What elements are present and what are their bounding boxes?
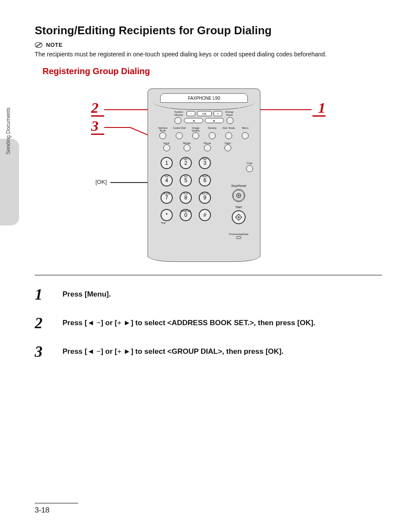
minus-button: − bbox=[187, 111, 195, 116]
pause-button bbox=[204, 144, 211, 151]
density-button bbox=[209, 132, 216, 139]
step-1: 1 Press [Menu]. bbox=[35, 287, 382, 302]
function-buttons-row2 bbox=[159, 144, 235, 151]
key-1: 1 bbox=[161, 157, 173, 169]
control-panel-diagram: 2 3 1 [OK] FAXPHONE L90 bbox=[91, 84, 325, 266]
note-text: The recipients must be registered in one… bbox=[35, 51, 382, 58]
left-arrow-icon: ◄ − bbox=[87, 319, 101, 327]
key-4-letters: GHI bbox=[165, 171, 169, 182]
step-2: 2 Press [◄ −] or [+ ►] to select <ADDRES… bbox=[35, 315, 382, 331]
callout-1-underline bbox=[312, 115, 325, 117]
key-3-letters: DEF bbox=[203, 154, 207, 165]
lcd-display: FAXPHONE L90 bbox=[160, 93, 248, 103]
system-monitor-button bbox=[174, 117, 181, 124]
key-5-letters: JKL bbox=[184, 171, 188, 182]
ok-callout-label: [OK] bbox=[95, 179, 107, 185]
step-3: 3 Press [◄ −] or [+ ►] to select <GROUP … bbox=[35, 344, 382, 359]
subsection-title: Registering Group Dialing bbox=[43, 66, 382, 76]
footer-line bbox=[35, 503, 78, 503]
left-arrow-icon: ◄ − bbox=[87, 347, 101, 356]
ok-button: OK bbox=[197, 111, 212, 116]
step-2-number: 2 bbox=[35, 315, 52, 331]
menu-label: Menu bbox=[238, 127, 252, 132]
right-arrow-icon: + ► bbox=[117, 319, 131, 327]
svg-point-10 bbox=[238, 216, 240, 218]
svg-line-1 bbox=[36, 43, 41, 47]
key-9: WXYZ9 bbox=[199, 192, 211, 204]
step-3-number: 3 bbox=[35, 344, 52, 359]
nav-row-buttons: ◄ ► bbox=[151, 117, 256, 124]
callout-3-line bbox=[104, 127, 153, 138]
step-3-text: Press [◄ −] or [+ ►] to select <GROUP DI… bbox=[62, 344, 284, 356]
key-6-letters: MNO bbox=[202, 171, 207, 182]
key-4: GHI4 bbox=[161, 174, 173, 186]
key-2: ABC2 bbox=[180, 157, 192, 169]
callout-1-line bbox=[260, 109, 312, 110]
callout-3-underline bbox=[91, 134, 104, 135]
steps-list: 1 Press [Menu]. 2 Press [◄ −] or [+ ►] t… bbox=[35, 287, 382, 359]
key-7-letters: PQRS bbox=[164, 189, 170, 199]
key-9-letters: WXYZ bbox=[202, 189, 208, 199]
key-0: SYMBOLS0 bbox=[180, 209, 192, 221]
key-0-letters: SYMBOLS bbox=[181, 206, 191, 217]
page-number: 3-18 bbox=[35, 506, 78, 515]
callout-2-number: 2 bbox=[91, 100, 99, 116]
plus-button: + bbox=[214, 111, 222, 116]
step-1-text: Press [Menu]. bbox=[62, 287, 111, 299]
callout-2-line bbox=[104, 109, 152, 110]
side-tab-label: Sending Documents bbox=[5, 108, 11, 154]
address-book-button bbox=[159, 132, 166, 139]
density-label: Density bbox=[205, 127, 219, 132]
processing-data-label: Processing/Data bbox=[224, 233, 253, 235]
page-footer: 3-18 bbox=[35, 503, 78, 515]
stop-icon bbox=[236, 193, 242, 199]
ok-callout-line bbox=[110, 182, 152, 183]
add-mode-label: Add. Mode bbox=[222, 127, 236, 132]
key-8-letters: TUV bbox=[184, 189, 188, 199]
page-content: Storing/Editing Recipients for Group Dia… bbox=[35, 24, 382, 372]
right-arrow-button: ► bbox=[205, 118, 224, 123]
note-label: NOTE bbox=[46, 42, 62, 48]
callout-1-number: 1 bbox=[318, 100, 325, 116]
key-8: TUV8 bbox=[180, 192, 192, 204]
coded-dial-label: Coded Dial bbox=[172, 127, 186, 132]
callout-3-number: 3 bbox=[91, 118, 99, 134]
key-5: JKL5 bbox=[180, 174, 192, 186]
clear-button bbox=[224, 144, 231, 151]
energy-saver-button bbox=[227, 117, 233, 124]
device-panel: FAXPHONE L90 System Monitor − OK + Energ… bbox=[148, 88, 260, 262]
right-column: Stop/Reset Start Processing/Data bbox=[224, 184, 253, 240]
pencil-icon bbox=[35, 42, 43, 48]
hook-button bbox=[163, 144, 170, 151]
image-quality-button bbox=[192, 132, 199, 139]
image-quality-label: Image Quality bbox=[189, 127, 203, 132]
copy-label: Copy bbox=[246, 162, 253, 164]
copy-button bbox=[246, 165, 253, 172]
key-2-letters: ABC bbox=[184, 154, 188, 165]
svg-point-9 bbox=[238, 195, 240, 196]
menu-button bbox=[242, 132, 249, 139]
redial-button bbox=[184, 144, 191, 151]
section-title: Storing/Editing Recipients for Group Dia… bbox=[35, 24, 382, 37]
system-monitor-label: System Monitor bbox=[173, 111, 185, 117]
key-hash: # bbox=[199, 209, 211, 221]
step-2-text: Press [◄ −] or [+ ►] to select <ADDRESS … bbox=[62, 315, 315, 327]
key-star: * bbox=[161, 209, 173, 221]
step-1-number: 1 bbox=[35, 287, 52, 302]
start-button bbox=[232, 210, 246, 224]
address-book-label: Address Book bbox=[156, 127, 170, 132]
left-arrow-button: ◄ bbox=[184, 118, 203, 123]
key-6: MNO6 bbox=[199, 174, 211, 186]
right-arrow-icon: + ► bbox=[117, 347, 131, 356]
start-label: Start bbox=[224, 206, 253, 209]
callout-2-underline bbox=[91, 115, 104, 117]
note-header: NOTE bbox=[35, 42, 382, 48]
coded-dial-button bbox=[176, 132, 183, 139]
function-buttons-row1 bbox=[156, 132, 252, 139]
stop-reset-label: Stop/Reset bbox=[224, 184, 253, 187]
add-mode-button bbox=[225, 132, 232, 139]
key-3: DEF3 bbox=[199, 157, 211, 169]
stop-reset-button bbox=[232, 189, 245, 202]
separator-line bbox=[35, 275, 382, 275]
key-7: PQRS7 bbox=[161, 192, 173, 204]
